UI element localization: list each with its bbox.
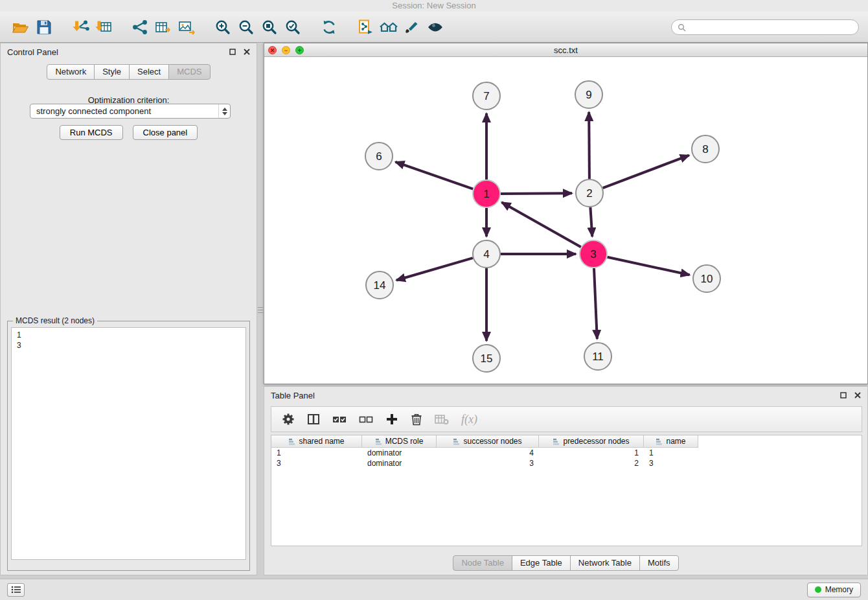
graph-edge-3-to-10[interactable] <box>608 257 690 275</box>
zoom-fit-button[interactable] <box>258 15 281 40</box>
deselect-all-rows-button[interactable] <box>359 413 373 425</box>
minimize-window-icon[interactable]: − <box>282 46 290 54</box>
search-input[interactable] <box>690 23 852 32</box>
import-table-button[interactable] <box>92 15 115 40</box>
run-mcds-button[interactable]: Run MCDS <box>60 125 123 140</box>
export-image-button[interactable] <box>175 15 198 40</box>
graph-edge-3-to-11[interactable] <box>594 268 597 339</box>
close-window-icon[interactable]: ✕ <box>268 46 277 54</box>
table-cell[interactable]: 3 <box>271 459 362 468</box>
zoom-fit-icon <box>261 19 278 36</box>
table-cell[interactable]: 2 <box>539 459 644 468</box>
mcds-result-item[interactable]: 3 <box>17 340 240 351</box>
delete-columns-button[interactable] <box>411 413 422 426</box>
open-file-button[interactable] <box>9 15 32 40</box>
refresh-layout-button[interactable] <box>317 15 341 40</box>
tab-style[interactable]: Style <box>94 64 130 80</box>
first-neighbors-button[interactable] <box>377 15 400 40</box>
table-cell[interactable]: 3 <box>644 459 698 468</box>
graph-edge-2-to-8[interactable] <box>603 156 689 189</box>
column-header-mcds-role[interactable]: MCDS role <box>362 435 437 448</box>
table-cell[interactable]: 4 <box>437 448 539 457</box>
table-cell[interactable]: dominator <box>362 448 437 457</box>
clone-network-button[interactable] <box>354 15 377 40</box>
close-table-panel-icon[interactable] <box>854 392 861 398</box>
new-network-button[interactable] <box>128 15 152 40</box>
graph-edge-1-to-2[interactable] <box>501 193 572 194</box>
tab-mcds[interactable]: MCDS <box>168 64 210 80</box>
criterion-select[interactable]: strongly connected component <box>30 104 231 119</box>
control-panel: Control Panel NetworkStyleSelectMCDS Opt… <box>0 43 257 575</box>
tab-motifs[interactable]: Motifs <box>639 555 679 571</box>
close-panel-button[interactable]: Close panel <box>133 125 198 140</box>
graph-node-label-2: 2 <box>586 187 592 200</box>
window-title: Session: New Session <box>392 1 475 10</box>
close-panel-icon[interactable] <box>244 49 250 55</box>
tab-select[interactable]: Select <box>129 64 169 80</box>
tab-node-table[interactable]: Node Table <box>453 555 512 571</box>
graph-edge-2-to-3[interactable] <box>590 207 592 237</box>
sort-icon[interactable] <box>288 438 295 445</box>
mcds-result-list[interactable]: 13 <box>11 327 246 560</box>
new-column-button[interactable] <box>385 413 398 426</box>
gear-icon <box>282 413 295 426</box>
network-share-icon <box>131 19 148 36</box>
table-cell[interactable]: 1 <box>644 448 698 457</box>
sort-icon[interactable] <box>656 438 663 445</box>
graph-node-label-4: 4 <box>483 248 489 260</box>
graph-edge-2-to-9[interactable] <box>589 112 589 179</box>
graph-node-label-6: 6 <box>376 150 382 163</box>
mcds-result-item[interactable]: 1 <box>17 330 240 340</box>
float-panel-icon[interactable] <box>229 49 236 55</box>
graph-node-label-10: 10 <box>701 273 713 285</box>
memory-button[interactable]: Memory <box>807 583 861 597</box>
table-options-button[interactable] <box>282 413 295 426</box>
table-cell[interactable]: dominator <box>362 459 437 468</box>
graph-edge-3-to-1[interactable] <box>502 202 581 247</box>
import-network-button[interactable] <box>69 15 92 40</box>
zoom-window-icon[interactable]: + <box>295 46 304 54</box>
table-panel-header: Table Panel <box>264 387 867 404</box>
graph-node-label-1: 1 <box>483 188 489 200</box>
zoom-out-button[interactable] <box>234 15 258 40</box>
column-header-label: successor nodes <box>463 437 521 446</box>
select-all-rows-button[interactable] <box>332 413 347 425</box>
column-header-name[interactable]: name <box>644 435 698 448</box>
tab-network[interactable]: Network <box>47 64 95 80</box>
table-cell[interactable]: 1 <box>271 448 362 457</box>
delete-table-icon <box>435 413 449 425</box>
control-panel-header: Control Panel <box>1 43 257 60</box>
panel-splitter-handle[interactable] <box>258 302 263 317</box>
tab-network-table[interactable]: Network Table <box>570 555 640 571</box>
column-header-shared-name[interactable]: shared name <box>271 435 362 448</box>
zoom-check-icon <box>284 19 301 36</box>
save-session-button[interactable] <box>32 15 56 40</box>
table-row[interactable]: 3dominator323 <box>271 458 862 468</box>
table-row[interactable]: 1dominator411 <box>271 448 862 458</box>
column-header-successor-nodes[interactable]: successor nodes <box>437 435 539 448</box>
task-history-button[interactable] <box>7 583 25 597</box>
network-canvas[interactable]: 7968124314101511 <box>264 57 867 384</box>
show-columns-button[interactable] <box>307 413 320 426</box>
zoom-in-button[interactable] <box>211 15 234 40</box>
sort-icon[interactable] <box>453 438 460 445</box>
table-panel: Table Panel <box>264 386 868 575</box>
table-panel-tabs: Node TableEdge TableNetwork TableMotifs <box>264 555 867 571</box>
mcds-result-title: MCDS result (2 nodes) <box>13 316 97 325</box>
tab-edge-table[interactable]: Edge Table <box>512 555 571 571</box>
float-table-panel-icon[interactable] <box>840 392 847 398</box>
show-hide-button[interactable] <box>424 15 447 40</box>
table-cell[interactable]: 3 <box>437 459 539 468</box>
column-header-predecessor-nodes[interactable]: predecessor nodes <box>539 435 644 448</box>
sort-icon[interactable] <box>375 438 382 445</box>
select-stepper-icon[interactable] <box>218 104 230 118</box>
toolbar-search[interactable] <box>671 19 859 35</box>
table-cell[interactable]: 1 <box>539 448 644 457</box>
zoom-selected-button[interactable] <box>281 15 304 40</box>
graph-edge-4-to-14[interactable] <box>396 258 473 280</box>
graph-node-label-14: 14 <box>374 279 386 292</box>
sort-icon[interactable] <box>553 438 560 445</box>
new-table-button[interactable] <box>152 15 175 40</box>
apply-style-button[interactable] <box>400 15 424 40</box>
graph-edge-1-to-6[interactable] <box>396 162 474 189</box>
